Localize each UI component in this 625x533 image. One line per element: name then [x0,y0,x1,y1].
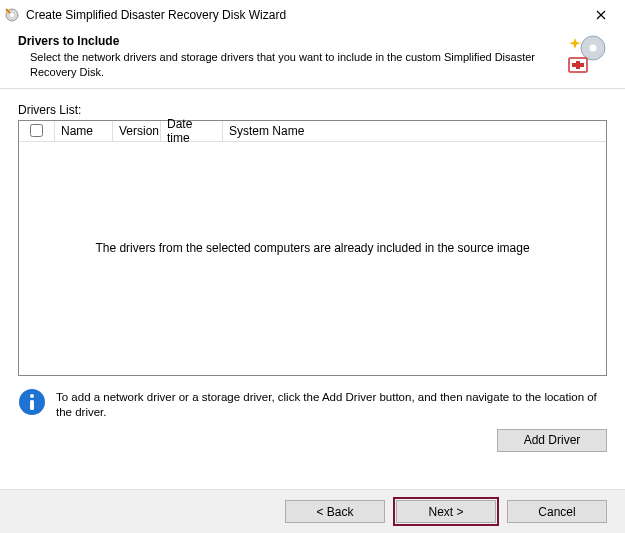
svg-rect-6 [572,63,584,67]
drivers-table: Name Version Date time System Name The d… [18,120,607,376]
add-driver-button[interactable]: Add Driver [497,429,607,452]
wizard-header: Drivers to Include Select the network dr… [0,30,625,88]
next-button-highlight: Next > [393,497,499,526]
table-header-row: Name Version Date time System Name [19,121,606,143]
cancel-button[interactable]: Cancel [507,500,607,523]
svg-point-1 [10,13,14,17]
column-system-name[interactable]: System Name [223,121,606,142]
header-graphic [563,34,607,78]
column-checkbox[interactable] [19,121,55,142]
svg-rect-9 [30,400,34,410]
svg-point-3 [590,45,597,52]
wizard-icon [4,7,20,23]
drivers-list-label: Drivers List: [18,103,607,117]
column-version[interactable]: Version [113,121,161,142]
empty-list-message: The drivers from the selected computers … [19,241,606,255]
window-title: Create Simplified Disaster Recovery Disk… [26,8,581,22]
svg-point-8 [30,394,34,398]
back-button[interactable]: < Back [285,500,385,523]
close-button[interactable] [581,1,621,29]
info-text: To add a network driver or a storage dri… [56,388,607,421]
wizard-button-bar: < Back Next > Cancel [0,489,625,533]
column-name[interactable]: Name [55,121,113,142]
titlebar: Create Simplified Disaster Recovery Disk… [0,0,625,30]
add-driver-row: Add Driver [0,421,625,452]
page-description: Select the network drivers and storage d… [30,50,553,80]
next-button[interactable]: Next > [396,500,496,523]
info-row: To add a network driver or a storage dri… [0,376,625,421]
info-icon [18,388,46,416]
content-area: Drivers List: Name Version Date time Sys… [0,89,625,376]
column-datetime[interactable]: Date time [161,121,223,142]
select-all-checkbox[interactable] [30,124,43,137]
page-title: Drivers to Include [18,34,553,48]
